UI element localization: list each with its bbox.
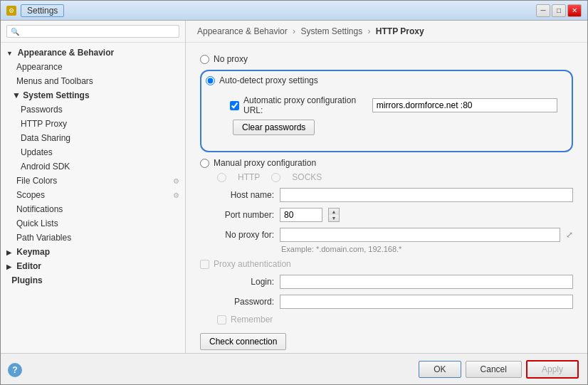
title-bar-left: ⚙ Settings bbox=[6, 4, 64, 17]
sidebar-item-appearance[interactable]: Appearance bbox=[1, 60, 185, 74]
auto-detect-radio-row: Auto-detect proxy settings bbox=[206, 75, 565, 85]
http-socks-row: HTTP SOCKS bbox=[217, 172, 573, 182]
sidebar-item-quick-lists[interactable]: Quick Lists bbox=[1, 216, 185, 231]
search-wrapper[interactable]: 🔍 bbox=[6, 25, 179, 38]
auto-config-checkbox[interactable] bbox=[230, 101, 239, 110]
clear-btn-row: Clear passwords bbox=[230, 120, 557, 135]
no-proxy-for-label: No proxy for: bbox=[217, 230, 274, 240]
proxy-url-input[interactable] bbox=[372, 98, 557, 112]
window-title: Settings bbox=[21, 4, 64, 17]
port-number-label: Port number: bbox=[217, 210, 274, 220]
login-row: Login: bbox=[217, 275, 573, 289]
auto-detect-container: Auto-detect proxy settings Automatic pro… bbox=[200, 70, 573, 152]
password-input[interactable] bbox=[280, 295, 573, 309]
section-label: Appearance & Behavior bbox=[18, 48, 114, 58]
keymap-arrow: ▶ bbox=[6, 249, 11, 256]
expand-arrow: ▼ bbox=[6, 50, 13, 57]
check-connection-button[interactable]: Check connection bbox=[200, 333, 286, 350]
main-content: Appearance & Behavior › System Settings … bbox=[186, 21, 587, 353]
no-proxy-for-row: No proxy for: ⤢ bbox=[217, 228, 573, 242]
sidebar-item-android-sdk[interactable]: Android SDK bbox=[1, 159, 185, 174]
example-text: Example: *.domain.com, 192.168.* bbox=[281, 245, 573, 253]
breadcrumb-current: HTTP Proxy bbox=[376, 26, 424, 36]
settings-window: ⚙ Settings ─ □ ✕ 🔍 ▼ Appearance & Behavi… bbox=[0, 0, 588, 385]
proxy-config-url-row: Automatic proxy configuration URL: bbox=[230, 95, 557, 115]
breadcrumb: Appearance & Behavior › System Settings … bbox=[186, 21, 587, 43]
settings-icon-2: ⚙ bbox=[173, 191, 179, 199]
content-area: 🔍 ▼ Appearance & Behavior Appearance Men… bbox=[1, 21, 587, 353]
sidebar-item-passwords[interactable]: Passwords bbox=[1, 102, 185, 117]
spinner-down[interactable]: ▼ bbox=[329, 215, 339, 221]
sidebar-item-updates[interactable]: Updates bbox=[1, 145, 185, 159]
socks-radio[interactable] bbox=[271, 173, 280, 182]
socks-label: SOCKS bbox=[292, 172, 322, 182]
editor-arrow: ▶ bbox=[6, 263, 11, 270]
auto-config-section: Automatic proxy configuration URL: Clear… bbox=[223, 91, 565, 139]
no-proxy-row: No proxy bbox=[200, 54, 573, 64]
close-button[interactable]: ✕ bbox=[567, 4, 582, 17]
sidebar-item-plugins[interactable]: Plugins bbox=[1, 273, 185, 288]
title-bar: ⚙ Settings ─ □ ✕ bbox=[1, 1, 587, 21]
minimize-button[interactable]: ─ bbox=[536, 4, 550, 17]
cancel-button[interactable]: Cancel bbox=[466, 361, 522, 378]
sidebar-item-system-settings[interactable]: ▼ System Settings bbox=[1, 88, 185, 102]
sidebar-item-data-sharing[interactable]: Data Sharing bbox=[1, 131, 185, 145]
host-name-label: Host name: bbox=[217, 190, 274, 200]
http-label: HTTP bbox=[238, 172, 260, 182]
http-radio[interactable] bbox=[217, 173, 226, 182]
proxy-auth-label: Proxy authentication bbox=[214, 259, 291, 269]
no-proxy-for-input[interactable] bbox=[280, 228, 560, 242]
app-icon: ⚙ bbox=[6, 6, 16, 16]
sidebar-item-file-colors[interactable]: File Colors ⚙ bbox=[1, 174, 185, 188]
search-input[interactable] bbox=[22, 27, 175, 36]
host-section: Host name: Port number: ▲ ▼ No proxy for bbox=[217, 188, 573, 253]
sidebar-item-scopes[interactable]: Scopes ⚙ bbox=[1, 188, 185, 202]
sidebar-item-http-proxy[interactable]: HTTP Proxy bbox=[1, 117, 185, 131]
auto-detect-radio[interactable] bbox=[206, 76, 215, 85]
no-proxy-radio[interactable] bbox=[200, 55, 209, 64]
login-label: Login: bbox=[217, 277, 274, 287]
port-input[interactable] bbox=[280, 208, 322, 222]
remember-label: Remember bbox=[231, 315, 273, 325]
proxy-auth-row: Proxy authentication bbox=[200, 259, 573, 269]
remember-row: Remember bbox=[217, 315, 573, 325]
search-icon: 🔍 bbox=[11, 28, 19, 36]
settings-icon: ⚙ bbox=[173, 177, 179, 185]
password-label: Password: bbox=[217, 297, 274, 307]
sidebar-item-editor[interactable]: ▶ Editor bbox=[1, 259, 185, 273]
help-button[interactable]: ? bbox=[8, 363, 22, 377]
proxy-auth-checkbox[interactable] bbox=[200, 260, 209, 269]
sidebar: 🔍 ▼ Appearance & Behavior Appearance Men… bbox=[1, 21, 186, 353]
expand-icon[interactable]: ⤢ bbox=[566, 230, 573, 240]
breadcrumb-part-2: System Settings bbox=[300, 26, 362, 36]
sidebar-item-appearance-behavior[interactable]: ▼ Appearance & Behavior bbox=[1, 46, 185, 60]
breadcrumb-sep-2: › bbox=[367, 26, 372, 36]
sidebar-item-keymap[interactable]: ▶ Keymap bbox=[1, 245, 185, 259]
port-number-row: Port number: ▲ ▼ bbox=[217, 208, 573, 222]
footer: ? OK Cancel Apply bbox=[1, 353, 587, 384]
check-connection-row: Check connection bbox=[200, 333, 573, 350]
host-name-input[interactable] bbox=[280, 188, 573, 202]
auto-detect-label: Auto-detect proxy settings bbox=[219, 75, 318, 85]
auto-detect-wrapper: ➤ Auto-detect proxy settings Automatic p… bbox=[200, 70, 573, 152]
settings-body: No proxy ➤ Auto-detect proxy settings bbox=[186, 43, 587, 353]
remember-checkbox[interactable] bbox=[217, 315, 226, 325]
breadcrumb-sep-1: › bbox=[293, 26, 298, 36]
search-bar: 🔍 bbox=[1, 21, 185, 43]
clear-passwords-button[interactable]: Clear passwords bbox=[233, 120, 315, 135]
port-spinner[interactable]: ▲ ▼ bbox=[328, 208, 340, 222]
auto-config-label: Automatic proxy configuration URL: bbox=[243, 95, 368, 115]
manual-proxy-label: Manual proxy configuration bbox=[214, 158, 316, 168]
sidebar-item-notifications[interactable]: Notifications bbox=[1, 202, 185, 216]
manual-proxy-radio[interactable] bbox=[200, 159, 209, 168]
apply-button[interactable]: Apply bbox=[526, 360, 579, 379]
ok-button[interactable]: OK bbox=[419, 361, 461, 378]
sidebar-item-menus-toolbars[interactable]: Menus and Toolbars bbox=[1, 74, 185, 88]
sidebar-item-path-variables[interactable]: Path Variables bbox=[1, 231, 185, 245]
spinner-up[interactable]: ▲ bbox=[329, 209, 339, 215]
login-section: Login: Password: bbox=[217, 275, 573, 309]
no-proxy-label: No proxy bbox=[214, 54, 248, 64]
maximize-button[interactable]: □ bbox=[552, 4, 566, 17]
login-input[interactable] bbox=[280, 275, 573, 289]
manual-proxy-row: Manual proxy configuration bbox=[200, 158, 573, 168]
